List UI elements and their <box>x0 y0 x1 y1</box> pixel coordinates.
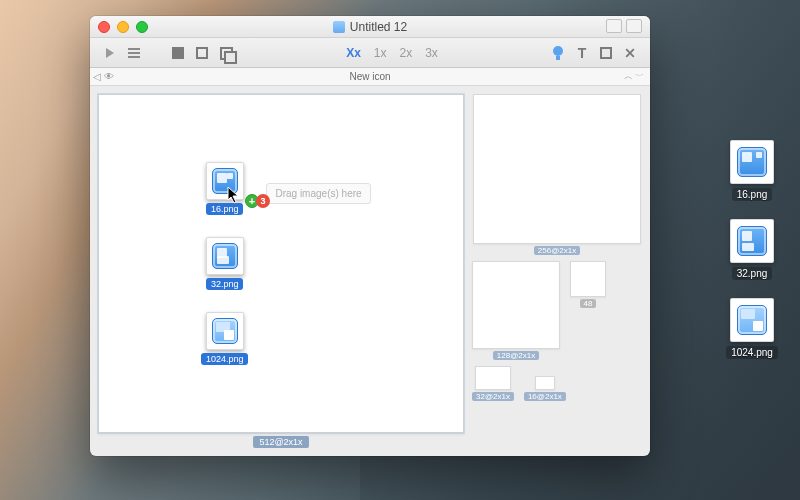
scale-selector: Xx 1x 2x 3x <box>341 44 443 62</box>
breadcrumb-bar: ◁ 👁 New icon ︿﹀ <box>90 68 650 86</box>
file-thumbnail <box>730 298 774 342</box>
slot-label: 128@2x1x <box>493 351 539 360</box>
slot-48[interactable]: 48 <box>570 261 606 308</box>
slot-16[interactable]: 16@2x1x <box>524 376 566 401</box>
dragged-file-32[interactable]: 32.png <box>206 237 244 290</box>
file-label: 16.png <box>732 188 773 201</box>
slot-32[interactable]: 32@2x1x <box>472 366 514 401</box>
scale-2x[interactable]: 2x <box>395 44 418 62</box>
content-area: Drag image(s) here 16.png 32.png 1024.pn… <box>90 86 650 456</box>
dragged-file-1024[interactable]: 1024.png <box>201 312 249 365</box>
collapse-chevrons[interactable]: ︿﹀ <box>624 70 644 83</box>
panel-toggle-button[interactable] <box>606 19 622 33</box>
canvas-size-label: 512@2x1x <box>253 436 308 448</box>
breadcrumb-title: New icon <box>349 71 390 82</box>
slot-label: 16@2x1x <box>524 392 566 401</box>
slot-label: 48 <box>580 299 597 308</box>
fullscreen-button[interactable] <box>620 44 640 62</box>
scale-xx[interactable]: Xx <box>341 44 366 62</box>
inspector-toggle-button[interactable] <box>626 19 642 33</box>
titlebar-right-buttons <box>606 19 642 33</box>
traffic-lights <box>98 21 148 33</box>
file-thumbnail <box>730 219 774 263</box>
file-thumbnail <box>206 237 244 275</box>
list-button[interactable] <box>124 44 144 62</box>
text-tool-button[interactable]: T <box>572 44 592 62</box>
slot-128[interactable]: 128@2x1x <box>472 261 560 360</box>
file-label: 32.png <box>732 267 773 280</box>
document-icon <box>333 21 345 33</box>
desktop-file-1024[interactable]: 1024.png <box>722 298 782 359</box>
toolbar: Xx 1x 2x 3x T <box>90 38 650 68</box>
file-thumbnail <box>206 312 244 350</box>
file-thumbnail <box>730 140 774 184</box>
minimize-button[interactable] <box>117 21 129 33</box>
file-label: 1024.png <box>726 346 778 359</box>
slot-label: 256@2x1x <box>534 246 580 255</box>
window-title: Untitled 12 <box>333 20 407 34</box>
file-label: 32.png <box>206 278 244 290</box>
scale-1x[interactable]: 1x <box>369 44 392 62</box>
close-button[interactable] <box>98 21 110 33</box>
file-label: 1024.png <box>201 353 249 365</box>
file-label: 16.png <box>206 203 244 215</box>
play-button[interactable] <box>100 44 120 62</box>
layer-outline-button[interactable] <box>192 44 212 62</box>
slot-label: 32@2x1x <box>472 392 514 401</box>
zoom-button[interactable] <box>136 21 148 33</box>
drop-hint-label: Drag image(s) here <box>266 183 370 204</box>
grid-button[interactable] <box>596 44 616 62</box>
main-canvas-wrap: Drag image(s) here 16.png 32.png 1024.pn… <box>98 94 464 448</box>
scale-3x[interactable]: 3x <box>420 44 443 62</box>
app-window: Untitled 12 Xx 1x 2x 3x T <box>90 16 650 456</box>
desktop-file-32[interactable]: 32.png <box>722 219 782 280</box>
back-arrow-icon[interactable]: ◁ <box>90 71 104 82</box>
visibility-icon[interactable]: 👁 <box>104 71 120 82</box>
layer-multi-button[interactable] <box>216 44 236 62</box>
size-slots-panel: 256@2x1x 128@2x1x 48 32@2x1x <box>472 94 642 448</box>
desktop-icons: 16.png 32.png 1024.png <box>722 140 782 359</box>
slot-256[interactable]: 256@2x1x <box>472 94 642 255</box>
dragged-file-16[interactable]: 16.png <box>206 162 244 215</box>
dragged-files-group: 16.png 32.png 1024.png <box>201 162 249 365</box>
desktop-file-16[interactable]: 16.png <box>722 140 782 201</box>
layer-single-button[interactable] <box>168 44 188 62</box>
file-thumbnail <box>206 162 244 200</box>
titlebar[interactable]: Untitled 12 <box>90 16 650 38</box>
hint-button[interactable] <box>548 44 568 62</box>
main-canvas-512[interactable]: Drag image(s) here 16.png 32.png 1024.pn… <box>98 94 464 433</box>
